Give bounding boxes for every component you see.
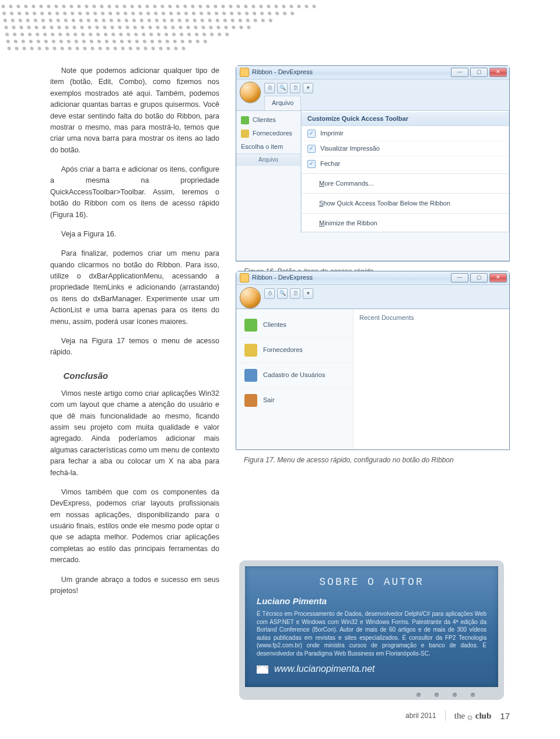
monitor-led (416, 693, 421, 697)
window-title: Ribbon - DevExpress (252, 273, 313, 283)
decorative-dots: (function(){ var host = document.current… (1, 5, 329, 54)
article-body: Note que podemos adicionar qualquer tipo… (50, 65, 219, 605)
menu-label: Minimize the Ribbon (319, 218, 377, 228)
qat-preview-icon[interactable]: 🔍 (277, 288, 288, 299)
mail-icon (257, 665, 268, 674)
appmenu-item-clientes[interactable]: Clientes (236, 313, 353, 337)
quick-access-toolbar: ⎙ 🔍 ⍰ ▾ (264, 83, 506, 93)
ribbon-tab-arquivo[interactable]: Arquivo (264, 96, 301, 110)
menu-label: Fornecedores (263, 345, 303, 355)
item-label: Clientes (253, 115, 276, 125)
heading-conclusao: Conclusão (64, 369, 220, 382)
person-icon (244, 319, 257, 332)
maximize-button[interactable]: ▢ (470, 68, 488, 77)
ribbon-item-fornecedores[interactable]: Fornecedores (236, 127, 300, 140)
menu-label: Show Quick Access Toolbar Below the Ribb… (319, 198, 450, 208)
ribbon-item-clientes[interactable]: Clientes (236, 113, 300, 127)
page-number: 17 (500, 709, 510, 723)
menu-item-more-commands[interactable]: More Commands... (302, 176, 509, 191)
ribbon-orb-button[interactable] (240, 82, 261, 103)
menu-separator (302, 173, 509, 174)
ribbon-orb-button[interactable] (240, 287, 261, 308)
author-name: Luciano Pimenta (257, 594, 490, 608)
monitor-led (453, 693, 457, 697)
group-caption: Arquivo (236, 154, 300, 166)
page-footer: abril 2011 the☼club 17 (405, 709, 510, 723)
about-title: SOBRE O AUTOR (253, 574, 490, 591)
minimize-button[interactable]: — (451, 273, 468, 283)
app-icon (240, 273, 249, 283)
qat-print-icon[interactable]: ⎙ (264, 288, 275, 299)
menu-label: Visualizar Impressão (320, 144, 380, 154)
monitor-led (435, 693, 439, 697)
qat-customize-dropdown[interactable]: ▾ (303, 83, 313, 93)
figure-caption: Figura 17. Menu de acesso rápido, config… (244, 455, 510, 466)
ribbon-group-arquivo: Clientes Fornecedores Escolha o item Arq… (236, 111, 301, 232)
paragraph: Vimos neste artigo como criar aplicações… (50, 388, 219, 479)
qat-print-icon[interactable]: ⎙ (264, 83, 275, 93)
appmenu-item-cadastro-usuarios[interactable]: Cadastro de Usuários (236, 362, 353, 388)
qat-close-icon[interactable]: ⍰ (290, 83, 300, 93)
paragraph: Um grande abraço a todos e sucesso em se… (50, 574, 219, 597)
menu-item-minimize-ribbon[interactable]: Minimize the Ribbon (302, 216, 509, 231)
menu-item-show-below[interactable]: Show Quick Access Toolbar Below the Ribb… (302, 196, 509, 211)
qat-close-icon[interactable]: ⍰ (290, 288, 300, 299)
paragraph: Para finalizar, podemos criar um menu pa… (50, 248, 219, 327)
menu-label: Clientes (263, 320, 286, 330)
paragraph: Vimos também que com os componentes da D… (50, 487, 219, 566)
window-ribbon-devexpress: Ribbon - DevExpress — ▢ ✕ ⎙ 🔍 ⍰ ▾ Arquiv… (236, 65, 510, 262)
qat-customize-dropdown[interactable]: ▾ (303, 288, 313, 299)
item-label: Fornecedores (253, 128, 292, 138)
menu-separator (302, 193, 509, 194)
item-label: Escolha o item (241, 142, 283, 152)
brand-pre: the (454, 711, 465, 720)
person-icon (241, 116, 249, 124)
sun-icon: ☼ (466, 710, 474, 724)
supplier-icon (244, 344, 257, 357)
paragraph: Veja a Figura 16. (50, 229, 219, 240)
quick-access-toolbar: ⎙ 🔍 ⍰ ▾ (264, 288, 506, 299)
brand-logo: the☼club (454, 709, 492, 723)
users-icon (244, 369, 257, 382)
figure-16: Ribbon - DevExpress — ▢ ✕ ⎙ 🔍 ⍰ ▾ Arquiv… (236, 65, 510, 277)
close-button[interactable]: ✕ (489, 68, 507, 77)
window-ribbon-devexpress: Ribbon - DevExpress — ▢ ✕ ⎙ 🔍 ⍰ ▾ (236, 271, 510, 450)
appmenu-item-fornecedores[interactable]: Fornecedores (236, 337, 353, 362)
menu-label: Cadastro de Usuários (263, 370, 325, 380)
check-icon: ✓ (307, 130, 316, 138)
supplier-icon (241, 130, 249, 138)
qat-preview-icon[interactable]: 🔍 (277, 83, 288, 93)
menu-header: Customize Quick Access Toolbar (302, 112, 509, 126)
paragraph: Após criar a barra e adicionar os itens,… (50, 164, 219, 221)
menu-separator (302, 213, 509, 214)
appmenu-item-sair[interactable]: Sair (236, 388, 353, 413)
maximize-button[interactable]: ▢ (470, 273, 488, 283)
app-icon (240, 68, 249, 77)
exit-icon (244, 394, 257, 407)
check-icon: ✓ (307, 145, 316, 153)
recent-documents-header: Recent Documents (359, 313, 503, 323)
close-button[interactable]: ✕ (489, 273, 507, 283)
author-site-link[interactable]: www.lucianopimenta.net (274, 662, 375, 677)
menu-item-imprimir[interactable]: ✓ Imprimir (302, 126, 509, 141)
footer-date: abril 2011 (405, 710, 436, 721)
paragraph: Veja na Figura 17 temos o menu de acesso… (50, 336, 219, 358)
qat-customize-menu: Customize Quick Access Toolbar ✓ Imprimi… (301, 111, 509, 232)
author-box: SOBRE O AUTOR Luciano Pimenta É Técnico … (239, 560, 513, 700)
menu-label: Imprimir (320, 128, 344, 138)
menu-label: Fechar (320, 159, 340, 169)
window-title: Ribbon - DevExpress (252, 67, 313, 77)
ribbon-item-escolha[interactable]: Escolha o item (236, 140, 300, 154)
figure-17: Ribbon - DevExpress — ▢ ✕ ⎙ 🔍 ⍰ ▾ (236, 271, 510, 466)
author-bio: É Técnico em Processamento de Dados, des… (257, 610, 487, 657)
menu-label: Sair (263, 395, 275, 405)
brand-post: club (475, 711, 492, 720)
menu-label: More Commands... (319, 179, 374, 189)
application-menu: Clientes Fornecedores Cadastro de Usuári… (236, 309, 509, 449)
monitor-led (471, 693, 475, 697)
minimize-button[interactable]: — (451, 68, 468, 77)
menu-item-fechar[interactable]: ✓ Fechar (302, 156, 509, 171)
menu-item-visualizar[interactable]: ✓ Visualizar Impressão (302, 141, 509, 156)
check-icon: ✓ (307, 160, 316, 168)
paragraph: Note que podemos adicionar qualquer tipo… (50, 65, 219, 156)
